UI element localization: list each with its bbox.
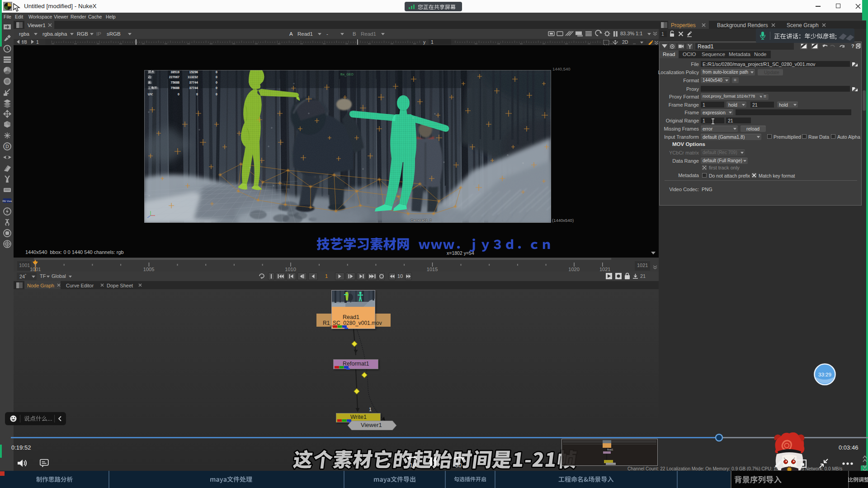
svg-text:10: 10 [410,462,416,469]
svg-text:1: 1 [369,407,372,412]
svg-text:?: ? [851,43,854,49]
svg-text:RE View: RE View [3,200,12,202]
svg-text:D: D [5,144,9,149]
svg-text:33:29: 33:29 [818,372,831,377]
svg-text:Read1: Read1 [607,449,613,451]
svg-text:30: 30 [455,462,462,469]
